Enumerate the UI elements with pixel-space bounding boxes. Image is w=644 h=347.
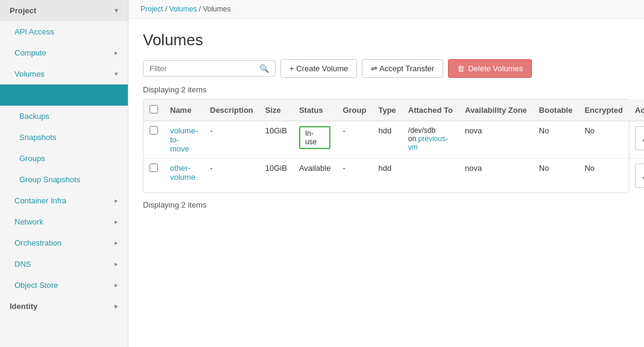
sidebar-snapshots-label: Snapshots <box>19 133 56 142</box>
row1-attached: /dev/sdb on previous-vm <box>402 121 459 159</box>
row2-encrypted: No <box>578 159 629 193</box>
breadcrumb: Project / Volumes / Volumes <box>128 0 644 19</box>
main-content: Project / Volumes / Volumes Volumes 🔍 + … <box>128 0 644 347</box>
sidebar: Project ▾ API Access Compute ▸ Volumes ▾… <box>0 0 128 347</box>
row1-action-group: Edit Volume ▾ <box>635 126 644 150</box>
delete-volumes-button[interactable]: 🗑 Delete Volumes <box>448 59 532 78</box>
row1-type: hdd <box>372 121 402 159</box>
sidebar-compute-label: Compute <box>14 48 46 57</box>
sidebar-item-dns[interactable]: DNS ▸ <box>0 253 128 275</box>
row2-type: hdd <box>372 159 402 193</box>
col-header-size: Size <box>259 100 293 121</box>
sidebar-item-network[interactable]: Network ▸ <box>0 211 128 232</box>
search-icon: 🔍 <box>259 64 269 73</box>
col-header-status: Status <box>293 100 337 121</box>
sidebar-volumes-parent-label: Volumes <box>14 69 45 78</box>
chevron-right-icon: ▸ <box>115 197 118 205</box>
volumes-table-container: Name Description Size Status Group Type … <box>143 99 630 193</box>
row2-name[interactable]: other-volume <box>170 164 195 182</box>
row1-attached-device: /dev/sdb <box>408 126 435 135</box>
col-header-type: Type <box>372 100 402 121</box>
table-row: volume-to-move - 10GiB In-use - hdd /dev… <box>144 121 644 159</box>
sidebar-volumes-label: Volumes <box>19 91 49 100</box>
sidebar-item-volumes[interactable]: Volumes <box>0 84 128 106</box>
row1-description: - <box>204 121 259 159</box>
chevron-right-icon: ▸ <box>115 49 118 57</box>
sidebar-item-groups[interactable]: Groups <box>0 148 128 169</box>
row1-name[interactable]: volume-to-move <box>170 126 198 153</box>
delete-volumes-label: Delete Volumes <box>468 64 523 73</box>
chevron-right-icon: ▸ <box>115 260 118 268</box>
row2-az: nova <box>459 159 533 193</box>
row2-group: - <box>336 159 372 193</box>
volumes-table: Name Description Size Status Group Type … <box>144 100 644 193</box>
content-area: Volumes 🔍 + Create Volume ⇌ Accept Trans… <box>128 19 644 347</box>
sidebar-item-compute[interactable]: Compute ▸ <box>0 42 128 63</box>
sidebar-item-orchestration[interactable]: Orchestration ▸ <box>0 232 128 253</box>
row2-edit-button[interactable]: Edit Volume <box>635 164 644 188</box>
select-all-checkbox[interactable] <box>150 105 158 113</box>
sidebar-groups-label: Groups <box>19 154 45 163</box>
filter-input[interactable] <box>150 64 257 73</box>
col-header-attached-to: Attached To <box>402 100 459 121</box>
row1-az: nova <box>459 121 533 159</box>
sidebar-api-access-label: API Access <box>14 27 54 36</box>
sidebar-item-container-infra[interactable]: Container Infra ▸ <box>0 190 128 211</box>
toolbar: 🔍 + Create Volume ⇌ Accept Transfer 🗑 De… <box>143 59 630 78</box>
sidebar-item-identity[interactable]: Identity ▸ <box>0 296 128 317</box>
chevron-right-icon: ▸ <box>115 239 118 247</box>
row2-action-group: Edit Volume ▾ <box>635 164 644 188</box>
chevron-right-icon: ▸ <box>115 281 118 289</box>
display-count-bottom: Displaying 2 items <box>143 200 630 209</box>
display-count-top: Displaying 2 items <box>143 85 630 94</box>
row1-edit-button[interactable]: Edit Volume <box>635 126 644 150</box>
breadcrumb-volumes[interactable]: Volumes <box>169 5 197 13</box>
accept-transfer-button[interactable]: ⇌ Accept Transfer <box>362 59 443 78</box>
row1-group: - <box>336 121 372 159</box>
create-volume-button[interactable]: + Create Volume <box>280 59 357 78</box>
chevron-right-icon: ▸ <box>115 302 118 310</box>
chevron-down-icon: ▾ <box>115 70 118 78</box>
col-header-availability-zone: Availability Zone <box>459 100 533 121</box>
row2-checkbox[interactable] <box>150 164 158 172</box>
sidebar-item-snapshots[interactable]: Snapshots <box>0 127 128 148</box>
col-header-group: Group <box>336 100 372 121</box>
sidebar-group-snapshots-label: Group Snapshots <box>19 175 80 184</box>
chevron-right-icon: ▸ <box>115 218 118 226</box>
sidebar-item-object-store[interactable]: Object Store ▸ <box>0 275 128 296</box>
table-row: other-volume - 10GiB Available - hdd nov… <box>144 159 644 193</box>
chevron-down-icon: ▾ <box>115 7 118 14</box>
row1-encrypted: No <box>578 121 629 159</box>
col-header-name: Name <box>164 100 204 121</box>
row2-attached <box>402 159 459 193</box>
sidebar-item-backups[interactable]: Backups <box>0 106 128 127</box>
row1-size: 10GiB <box>259 121 293 159</box>
row1-bootable: No <box>533 121 579 159</box>
table-header-row: Name Description Size Status Group Type … <box>144 100 644 121</box>
sidebar-dns-label: DNS <box>14 259 31 269</box>
row2-size: 10GiB <box>259 159 293 193</box>
sidebar-item-project[interactable]: Project ▾ <box>0 0 128 21</box>
col-header-actions: Actions <box>629 100 644 121</box>
row1-checkbox[interactable] <box>150 126 158 135</box>
row1-status: In-use <box>299 126 331 149</box>
sidebar-object-store-label: Object Store <box>14 281 58 290</box>
col-header-bootable: Bootable <box>533 100 579 121</box>
row2-status: Available <box>299 164 331 173</box>
sidebar-project-label: Project <box>10 6 36 15</box>
sidebar-item-group-snapshots[interactable]: Group Snapshots <box>0 169 128 190</box>
sidebar-item-api-access[interactable]: API Access <box>0 21 128 42</box>
breadcrumb-current: Volumes <box>203 5 230 13</box>
sidebar-orchestration-label: Orchestration <box>14 238 62 247</box>
breadcrumb-project[interactable]: Project <box>140 5 163 13</box>
sidebar-identity-label: Identity <box>10 302 37 311</box>
trash-icon: 🗑 <box>457 64 465 73</box>
sidebar-container-infra-label: Container Infra <box>14 196 66 205</box>
sidebar-network-label: Network <box>14 217 43 226</box>
row2-bootable: No <box>533 159 579 193</box>
col-header-description: Description <box>204 100 259 121</box>
sidebar-item-volumes-parent[interactable]: Volumes ▾ <box>0 63 128 84</box>
sidebar-backups-label: Backups <box>19 112 49 121</box>
page-title: Volumes <box>143 31 630 49</box>
filter-input-wrapper[interactable]: 🔍 <box>143 60 276 77</box>
